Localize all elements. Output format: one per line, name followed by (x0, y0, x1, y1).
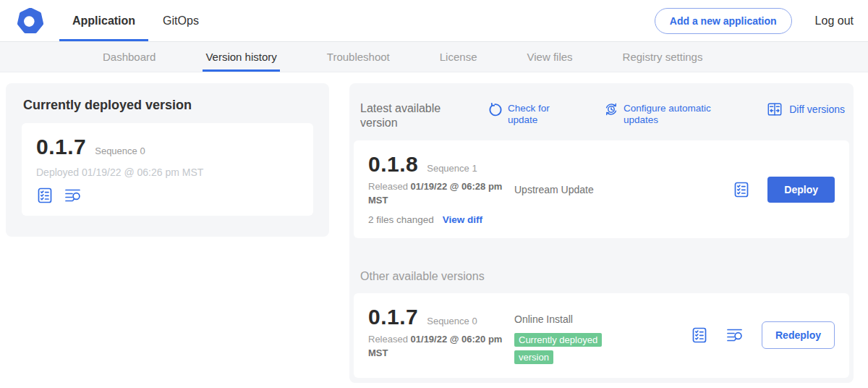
other-versions-title: Other available versions (354, 270, 849, 283)
deploy-button[interactable]: Deploy (767, 177, 835, 203)
tab-view-files-label: View files (527, 51, 572, 63)
tab-version-history[interactable]: Version history (205, 42, 276, 72)
latest-version-card: 0.1.8 Sequence 1 Released 01/19/22 @ 06:… (354, 140, 849, 238)
currently-deployed-badge: Currently deployed version (514, 333, 602, 364)
other-view-logs-button[interactable] (726, 326, 744, 344)
latest-version-number: 0.1.8 (368, 152, 418, 177)
app-subnav: Dashboard Version history Troubleshoot L… (0, 41, 868, 72)
tab-version-history-label: Version history (205, 51, 276, 63)
tab-view-files[interactable]: View files (527, 42, 572, 72)
tab-registry-settings-label: Registry settings (623, 51, 703, 63)
nav-tab-gitops[interactable]: GitOps (163, 0, 199, 41)
preflight-checks-button[interactable] (36, 187, 54, 204)
tab-troubleshoot-label: Troubleshoot (327, 51, 390, 63)
configure-automatic-updates-label: Configure automatic updates (624, 103, 725, 126)
tab-license[interactable]: License (440, 42, 477, 72)
other-sequence-label: Sequence 0 (427, 316, 477, 326)
checklist-icon (36, 187, 54, 204)
tab-troubleshoot[interactable]: Troubleshoot (327, 42, 390, 72)
top-nav: Application GitOps Add a new application… (0, 0, 868, 41)
deployed-version-number: 0.1.7 (36, 135, 86, 159)
latest-preflight-checks-button[interactable] (733, 181, 750, 198)
other-version-card: 0.1.7 Sequence 0 Released 01/19/22 @ 06:… (354, 293, 849, 378)
tab-registry-settings[interactable]: Registry settings (623, 42, 703, 72)
deployed-sequence-label: Sequence 0 (95, 146, 145, 156)
deployed-timestamp: Deployed 01/19/22 @ 06:26 pm MST (36, 166, 299, 178)
diff-versions-label: Diff versions (789, 104, 845, 116)
currently-deployed-title: Currently deployed version (22, 98, 313, 113)
refresh-icon (488, 101, 503, 117)
view-diff-link[interactable]: View diff (443, 214, 482, 225)
view-deploy-logs-button[interactable] (64, 187, 82, 204)
main-content: Currently deployed version 0.1.7 Sequenc… (0, 72, 868, 388)
add-application-button[interactable]: Add a new application (655, 8, 792, 34)
check-for-update-button[interactable]: Check for update (488, 101, 560, 126)
latest-version-source: Upstream Update (514, 184, 594, 195)
latest-sequence-label: Sequence 1 (427, 163, 477, 174)
diff-icon (766, 101, 783, 117)
latest-available-title: Latest available version (360, 101, 476, 130)
nav-tab-gitops-label: GitOps (163, 14, 199, 28)
tab-license-label: License (440, 51, 477, 63)
checklist-icon (691, 326, 708, 344)
tab-dashboard[interactable]: Dashboard (103, 42, 156, 72)
deployed-version-card: 0.1.7 Sequence 0 Deployed 01/19/22 @ 06:… (22, 123, 313, 216)
files-changed-text: 2 files changed (368, 214, 434, 225)
logs-magnifier-icon (726, 326, 744, 344)
other-version-number: 0.1.7 (368, 305, 418, 329)
app-logo-icon (17, 8, 43, 34)
logout-link[interactable]: Log out (815, 14, 854, 28)
auto-update-clock-icon (603, 101, 619, 117)
tab-dashboard-label: Dashboard (103, 51, 156, 63)
check-for-update-label: Check for update (508, 103, 560, 126)
other-version-source: Online Install (514, 313, 636, 325)
nav-tab-application[interactable]: Application (72, 0, 135, 41)
latest-released-timestamp: Released 01/19/22 @ 06:28 pm MST (368, 180, 516, 208)
diff-versions-button[interactable]: Diff versions (766, 101, 845, 117)
other-preflight-checks-button[interactable] (691, 326, 708, 344)
other-released-timestamp: Released 01/19/22 @ 06:20 pm MST (368, 333, 516, 360)
checklist-icon (733, 181, 750, 198)
nav-tab-application-label: Application (72, 14, 135, 28)
redeploy-button[interactable]: Redeploy (762, 321, 835, 349)
currently-deployed-panel: Currently deployed version 0.1.7 Sequenc… (6, 83, 329, 237)
logs-magnifier-icon (64, 187, 82, 204)
configure-automatic-updates-button[interactable]: Configure automatic updates (603, 101, 725, 126)
available-versions-panel: Latest available version Check for updat… (349, 83, 854, 383)
